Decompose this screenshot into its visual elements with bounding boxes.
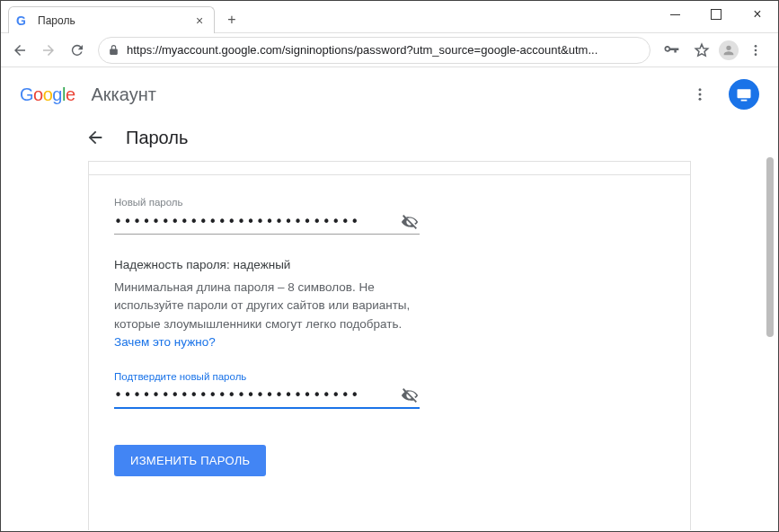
confirm-password-input[interactable]: •••••••••••••••••••••••••• [114, 387, 400, 403]
account-label: Аккаунт [92, 84, 156, 105]
google-logo[interactable]: Google [20, 84, 75, 105]
profile-avatar-icon[interactable] [719, 40, 739, 60]
password-hint: Минимальная длина пароля – 8 символов. Н… [114, 279, 420, 351]
bookmark-star-icon[interactable] [688, 37, 715, 64]
window-maximize-button[interactable] [695, 1, 737, 28]
page-title: Пароль [126, 128, 188, 148]
svg-point-5 [699, 98, 702, 101]
address-bar[interactable]: https://myaccount.google.com/signinoptio… [98, 37, 651, 64]
reload-icon [69, 42, 85, 58]
arrow-left-icon [85, 128, 105, 147]
nav-forward-button [35, 37, 62, 64]
password-key-icon[interactable] [658, 37, 685, 64]
tab-close-icon[interactable]: × [192, 13, 207, 28]
svg-point-2 [755, 53, 757, 56]
lock-icon [108, 44, 120, 56]
svg-point-1 [755, 49, 757, 51]
header-account-avatar[interactable] [729, 79, 759, 110]
nav-back-button[interactable] [6, 37, 33, 64]
page-viewport: Google Аккаунт Пароль Новый пароль •••••… [2, 67, 777, 530]
tab-title: Пароль [38, 14, 185, 27]
confirm-password-field: Подтвердите новый пароль •••••••••••••••… [114, 371, 420, 409]
more-vert-icon [692, 86, 708, 102]
window-controls: × [654, 1, 778, 28]
tab-favicon-google-icon: G [16, 13, 31, 28]
card-top-divider [89, 174, 690, 175]
browser-tab[interactable]: G Пароль × [8, 6, 215, 33]
password-strength: Надежность пароля: надежный [114, 258, 665, 271]
strength-label: Надежность пароля: [114, 258, 230, 271]
svg-point-3 [699, 88, 702, 91]
monitor-icon [735, 85, 753, 103]
scrollbar-thumb[interactable] [766, 157, 774, 337]
hint-text: Минимальная длина пароля – 8 символов. Н… [114, 280, 410, 331]
toggle-visibility-button[interactable] [400, 386, 420, 405]
arrow-right-icon [40, 42, 57, 58]
page-header: Пароль [2, 121, 777, 161]
change-password-button[interactable]: ИЗМЕНИТЬ ПАРОЛЬ [114, 445, 266, 476]
scrollbar[interactable] [766, 157, 774, 463]
app-header: Google Аккаунт [2, 67, 777, 121]
svg-point-4 [699, 93, 702, 96]
window-minimize-button[interactable] [654, 1, 695, 28]
browser-menu-button[interactable] [742, 37, 769, 64]
strength-value: надежный [233, 258, 290, 271]
new-password-input[interactable]: •••••••••••••••••••••••••• [114, 214, 400, 230]
browser-toolbar: https://myaccount.google.com/signinoptio… [1, 33, 778, 67]
new-password-label: Новый пароль [114, 197, 183, 208]
hint-learn-more-link[interactable]: Зачем это нужно? [114, 335, 216, 349]
window-close-button[interactable]: × [737, 1, 778, 28]
new-tab-button[interactable]: + [222, 10, 242, 30]
toggle-visibility-button[interactable] [400, 212, 420, 232]
confirm-password-label: Подтвердите новый пароль [114, 371, 246, 382]
arrow-left-icon [12, 42, 28, 58]
address-url: https://myaccount.google.com/signinoptio… [127, 43, 641, 57]
password-card: Новый пароль •••••••••••••••••••••••••• … [88, 161, 691, 530]
svg-point-0 [755, 45, 757, 48]
header-more-button[interactable] [684, 78, 716, 111]
eye-off-icon [400, 212, 420, 232]
eye-off-icon [400, 386, 420, 405]
new-password-field: Новый пароль •••••••••••••••••••••••••• [114, 197, 420, 235]
nav-reload-button[interactable] [64, 37, 91, 64]
page-back-button[interactable] [84, 127, 106, 148]
window-titlebar: G Пароль × + × [1, 1, 778, 33]
